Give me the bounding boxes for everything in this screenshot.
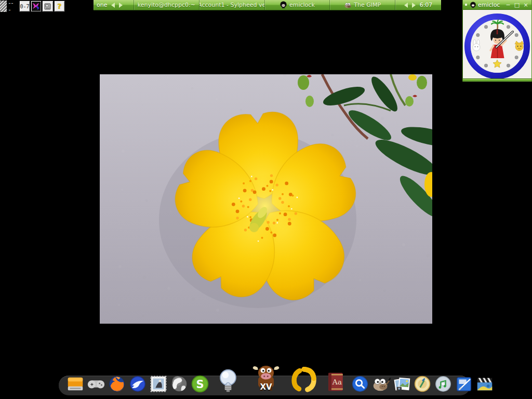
pager-icon: 0-7: [20, 4, 30, 9]
dock-item-gimp[interactable]: [371, 374, 391, 394]
game-controller-icon: [86, 374, 106, 394]
globe-icon: [169, 374, 189, 394]
dock-item-game-controller[interactable]: [86, 374, 106, 394]
notes-pen-icon: [454, 374, 474, 394]
dock: S XV: [65, 361, 495, 394]
butterfly-app-button[interactable]: [31, 1, 42, 12]
mini-toolbar: --- 0-7 ?: [0, 0, 65, 12]
emiclock-titlebar[interactable]: emicloc ─ □ ×: [463, 0, 531, 10]
dock-item-globe-browser[interactable]: [169, 374, 189, 394]
search-icon: [350, 374, 370, 394]
help-applet-button[interactable]: ?: [54, 1, 65, 12]
dock-item-mail-stamp[interactable]: [149, 374, 168, 394]
emiclock-analog-clock: [463, 10, 531, 78]
svg-text:S: S: [196, 378, 204, 391]
clock-prev-icon[interactable]: [404, 3, 408, 8]
skype-icon: S: [190, 374, 210, 394]
clapboard-icon: [475, 374, 495, 394]
light-bulb-icon: [215, 368, 241, 394]
dock-item-xv-cow[interactable]: XV: [250, 363, 282, 394]
dock-item-dictionary[interactable]: Aa: [324, 370, 348, 394]
orange-drive-icon: [65, 374, 85, 394]
toolbar-grip-handle[interactable]: [0, 1, 7, 12]
workspace-prev-icon[interactable]: [111, 3, 115, 8]
task-sylpheed[interactable]: Account1 - Sylpheed ve: [200, 0, 265, 10]
gold-disc-pen-icon: [413, 374, 432, 394]
emiclock-girl-icon: [280, 1, 287, 9]
window-menu-icon[interactable]: [465, 4, 467, 6]
close-icon[interactable]: ×: [522, 1, 529, 9]
dock-item-photos[interactable]: [392, 374, 411, 394]
taskbar-clock: 6:07: [420, 2, 433, 8]
dock-item-ms-office[interactable]: [290, 366, 318, 394]
dictionary-icon: Aa: [324, 370, 348, 394]
device-applet-button[interactable]: [42, 1, 53, 12]
task-label: emiclock: [289, 2, 315, 8]
pager-applet-button[interactable]: 0-7: [19, 1, 30, 12]
dock-item-skype[interactable]: S: [190, 374, 210, 394]
dock-item-music-cd[interactable]: [433, 374, 453, 394]
workspace-next-icon[interactable]: [119, 3, 123, 8]
emiclock-window[interactable]: emicloc ─ □ ×: [462, 0, 532, 82]
taskbar: one kenyito@dhcppc0:~ Account1 - Sylphee…: [94, 0, 441, 10]
task-label: Account1 - Sylpheed ve: [200, 2, 265, 8]
task-label: The GIMP: [354, 2, 381, 8]
window-resize-bar[interactable]: [463, 78, 531, 82]
thunderbird-icon: [128, 374, 148, 394]
window-title: emicloc: [478, 2, 503, 8]
flower-photo: [100, 74, 432, 324]
emiclock-girl-icon: [470, 2, 476, 8]
workspace-name[interactable]: one: [97, 2, 107, 8]
ms-office-icon: [290, 366, 318, 394]
photos-icon: [392, 374, 411, 394]
mail-stamp-icon: [149, 374, 168, 394]
task-label: kenyito@dhcppc0:~: [138, 2, 195, 8]
emiclock-face-area: [463, 10, 531, 78]
svg-text:Aa: Aa: [332, 378, 342, 386]
firefox-icon: [107, 374, 127, 394]
dock-item-firefox[interactable]: [107, 374, 127, 394]
dock-item-notes-pen-box[interactable]: [454, 374, 474, 394]
dock-item-movie-clapboard[interactable]: [475, 374, 495, 394]
xv-label: XV: [250, 382, 282, 392]
gimp-wilber-icon: [371, 374, 391, 394]
workspace-pager: one: [94, 0, 134, 10]
dock-item-orange-drive[interactable]: [65, 374, 85, 394]
task-gimp[interactable]: The GIMP: [330, 0, 395, 10]
dock-item-spotlight-search[interactable]: [350, 374, 370, 394]
music-cd-icon: [433, 374, 453, 394]
maximize-icon[interactable]: □: [513, 1, 521, 9]
device-icon: [43, 2, 52, 11]
minimize-icon[interactable]: ─: [504, 1, 512, 9]
taskbar-clock-area: 6:07: [395, 0, 441, 10]
dock-item-light-bulb[interactable]: [215, 368, 241, 394]
dock-item-thunderbird[interactable]: [128, 374, 148, 394]
dock-item-gold-pen-disc[interactable]: [413, 374, 432, 394]
clock-next-icon[interactable]: [412, 3, 416, 8]
question-icon: ?: [57, 2, 61, 10]
photo-viewer-xv[interactable]: [100, 74, 432, 324]
butterfly-icon: [32, 2, 41, 11]
gimp-wilber-icon: [344, 1, 352, 9]
task-terminal[interactable]: kenyito@dhcppc0:~: [134, 0, 200, 10]
toolbar-label: ---: [8, 0, 19, 13]
task-emiclock[interactable]: emiclock: [265, 0, 330, 10]
